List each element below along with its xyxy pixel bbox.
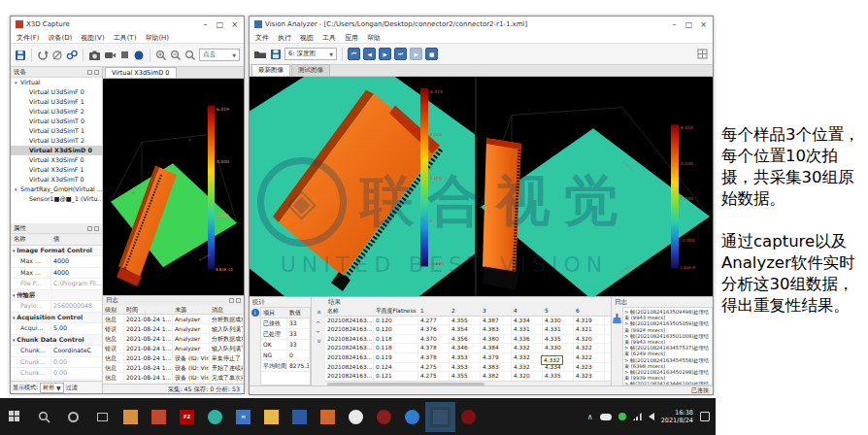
property-row[interactable]: Chunk...CoordinateC <box>11 346 102 357</box>
zoom-fit-icon[interactable] <box>184 49 196 61</box>
log-row[interactable]: 错误2021-08-24 1...Analyzer输入队列满了 <box>103 324 244 334</box>
property-row[interactable]: Paylo...2560000048 <box>11 301 102 313</box>
start-button[interactable] <box>0 398 29 435</box>
analyzer-titlebar[interactable]: Vision Analyzer - [C:/Users/Longan/Deskt… <box>250 17 713 32</box>
network-icon[interactable] <box>633 413 642 420</box>
tree-item[interactable]: Virtual U3dSimF 2 <box>11 107 102 117</box>
property-row[interactable]: Acquisition Control <box>11 313 102 324</box>
tree-item[interactable]: Virtual X3dSimD 0 <box>11 146 102 155</box>
disconnect-icon[interactable] <box>51 49 63 61</box>
tree-item[interactable]: Virtual U3dSimT 0 <box>11 117 102 126</box>
analyzer-side-3d-view[interactable]: 6.414 4.000 2.000 -2.000 -1.65E-9 Y (mm)… <box>477 77 713 296</box>
result-row[interactable]: 20210824163...0.1204.3764.3544.3834.3314… <box>325 325 611 335</box>
property-row[interactable]: Max ...4000 <box>11 256 102 268</box>
record-icon[interactable] <box>133 49 145 61</box>
taskbar-app-icon[interactable] <box>208 410 222 424</box>
taskbar-app-icon[interactable] <box>123 410 138 424</box>
display-mode-dropdown[interactable]: 树形▼ <box>40 383 64 393</box>
panel-pin-icon[interactable] <box>87 70 92 75</box>
tree-item[interactable]: Sensor1■@■_1 (Virtu... <box>11 194 102 204</box>
first-result-button[interactable]: « <box>316 310 322 315</box>
property-row[interactable]: Chunk...0.00 <box>11 368 102 380</box>
taskbar-app-icon[interactable] <box>433 410 448 424</box>
tree-item[interactable]: Virtual U3dSimT 2 <box>11 136 102 146</box>
result-row[interactable]: 20210824163...0.1244.2754.3534.3834.3324… <box>325 363 611 373</box>
stop-capture-icon[interactable] <box>119 49 131 61</box>
minimize-button[interactable]: – <box>198 20 213 29</box>
property-row[interactable]: Chunk...0.00 <box>11 357 102 369</box>
menu-item[interactable]: 设备(D) <box>49 33 73 43</box>
clear-log-icon[interactable] <box>613 309 621 385</box>
connect-icon[interactable] <box>66 49 78 61</box>
panel-pin-icon[interactable] <box>87 226 92 231</box>
search-icon[interactable] <box>29 398 58 435</box>
close-button[interactable]: × <box>227 20 242 29</box>
property-row[interactable]: Image Format Control <box>11 246 102 257</box>
refresh-icon[interactable] <box>37 49 49 61</box>
tree-item[interactable]: Virtual U3dSimT 1 <box>11 126 102 136</box>
property-row[interactable]: File P...C:\Program Fil... <box>11 279 102 290</box>
taskbar-app-icon[interactable] <box>349 410 363 424</box>
capture-titlebar[interactable]: X3D Capture – □ × <box>11 17 244 32</box>
tree-item[interactable]: Virtual X3dSimF 0 <box>11 155 102 165</box>
result-row[interactable]: 20210824163...0.1194.3784.3534.3794.3324… <box>325 353 611 363</box>
status-green-icon[interactable] <box>618 413 626 420</box>
open-folder-icon[interactable] <box>253 48 266 60</box>
maximize-button[interactable]: □ <box>682 20 696 29</box>
menu-item[interactable]: 工具(T) <box>114 33 137 43</box>
taskbar-app-icon[interactable] <box>292 410 307 424</box>
menu-item[interactable]: 文件(F) <box>17 33 40 43</box>
result-row[interactable]: 20210824163...0.1204.2774.3554.3874.3344… <box>325 317 611 326</box>
panel-close-icon[interactable] <box>94 226 99 231</box>
maximize-button[interactable]: □ <box>213 20 227 29</box>
tree-item[interactable]: ▾SmartRay_GmbH(Virtual ... <box>11 184 102 194</box>
taskbar-app-icon[interactable] <box>405 410 419 424</box>
panel-close-icon[interactable] <box>94 70 99 75</box>
cloud-icon[interactable] <box>600 414 612 420</box>
taskbar-app-icon[interactable] <box>320 410 335 424</box>
taskbar-clock[interactable]: 16:38 2021/8/24 <box>661 409 693 424</box>
menu-item[interactable]: 文件 <box>255 33 269 43</box>
image-tab[interactable]: 测试图像 <box>291 64 330 76</box>
zoom-in-icon[interactable] <box>155 49 167 61</box>
menu-item[interactable]: 帮助(H) <box>145 33 169 43</box>
tree-item[interactable]: Virtual U3dSimF 1 <box>11 97 102 107</box>
taskbar-app-icon[interactable]: ✉ <box>236 410 250 424</box>
close-button[interactable]: × <box>696 20 711 29</box>
taskbar-app-icon[interactable] <box>264 410 279 424</box>
taskbar-app-icon[interactable] <box>461 410 476 424</box>
last-result-button[interactable]: » <box>316 339 322 344</box>
panel-pin-icon[interactable] <box>229 298 234 303</box>
log-row[interactable]: 信息2021-08-24 1...设备 (ID: Vir...开始了连续采集 <box>103 363 244 373</box>
transport-button[interactable]: ■ <box>425 48 438 60</box>
save-icon[interactable] <box>269 48 282 60</box>
result-row[interactable]: 20210824163...0.1184.3784.3464.3844.3324… <box>325 344 611 353</box>
analyzer-main-3d-view[interactable]: 6.414 4.000 2.000 0 -2.000 <box>250 77 475 296</box>
action-center-icon[interactable] <box>700 412 710 421</box>
result-row[interactable]: 20210824163...0.1214.2754.3554.3824.3204… <box>325 372 611 381</box>
result-row[interactable]: 20210824163...0.1184.3704.3564.3804.3364… <box>325 335 611 345</box>
log-row[interactable]: 信息2021-08-24 1...设备 (ID: Vir...采集停止了 <box>103 353 244 363</box>
prev-result-button[interactable]: ‹ <box>315 320 321 323</box>
log-row[interactable]: 信息2021-08-24 1...设备 (ID: Vir...完成了单次采集 <box>103 373 244 383</box>
property-row[interactable]: Acqui...5.00 <box>11 323 102 335</box>
cortana-icon[interactable] <box>58 398 87 435</box>
save-icon[interactable] <box>15 49 26 61</box>
tree-item[interactable]: ▾Virtual <box>11 78 102 87</box>
image-tab[interactable]: 最新图像 <box>251 64 290 76</box>
log-row[interactable]: 错误2021-08-24 1...Analyzer输入队列满了 <box>103 344 244 353</box>
menu-item[interactable]: 帮助 <box>367 33 381 43</box>
property-row[interactable]: Max ...4000 <box>11 268 102 280</box>
menu-item[interactable]: 执行 <box>278 33 291 43</box>
snapshot-camera-icon[interactable] <box>88 49 101 61</box>
results-horizontal-scrollbar[interactable] <box>325 381 611 385</box>
capture-3d-viewport[interactable]: 6.419 4.000 2.000 6.64E-10 4 8 6 (mm) <box>103 79 244 295</box>
transport-button[interactable]: ▶ <box>379 48 391 60</box>
taskbar-app-icon[interactable] <box>151 410 166 424</box>
transport-button[interactable]: ◀ <box>363 48 376 60</box>
video-capture-icon[interactable] <box>104 49 117 61</box>
menu-item[interactable]: 应用 <box>345 33 358 43</box>
tray-expand-icon[interactable]: ∧ <box>587 413 593 421</box>
menu-item[interactable]: 工具 <box>322 33 336 43</box>
property-row[interactable]: 传输层 <box>11 290 102 302</box>
